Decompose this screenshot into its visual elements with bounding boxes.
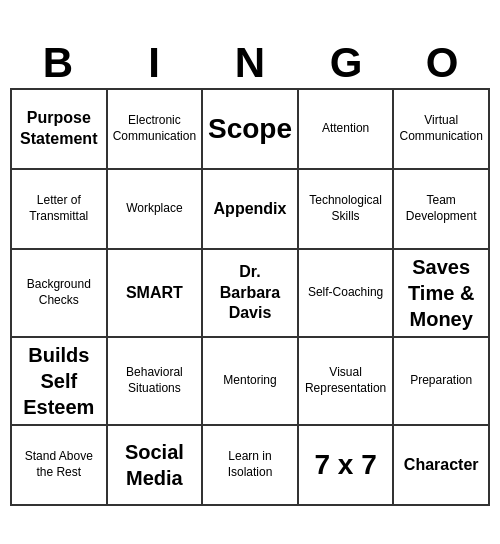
header-letter: N — [202, 38, 298, 88]
bingo-cell: Preparation — [394, 338, 490, 426]
cell-text: 7 x 7 — [314, 447, 376, 483]
bingo-cell: Dr. Barbara Davis — [203, 250, 299, 338]
cell-text: Attention — [322, 121, 369, 137]
bingo-cell: Scope — [203, 90, 299, 170]
cell-text: Background Checks — [16, 277, 102, 308]
header-letter: B — [10, 38, 106, 88]
cell-text: Letter of Transmittal — [16, 193, 102, 224]
bingo-card: BINGO Purpose StatementElectronic Commun… — [10, 38, 490, 506]
cell-text: Workplace — [126, 201, 182, 217]
cell-text: Technological Skills — [303, 193, 389, 224]
bingo-cell: Learn in Isolation — [203, 426, 299, 506]
bingo-cell: SMART — [108, 250, 204, 338]
cell-text: Self-Coaching — [308, 285, 383, 301]
cell-text: Learn in Isolation — [207, 449, 293, 480]
bingo-cell: Character — [394, 426, 490, 506]
bingo-cell: Purpose Statement — [12, 90, 108, 170]
bingo-cell: Saves Time & Money — [394, 250, 490, 338]
bingo-cell: Appendix — [203, 170, 299, 250]
cell-text: Visual Representation — [303, 365, 389, 396]
bingo-cell: Background Checks — [12, 250, 108, 338]
bingo-cell: Virtual Communication — [394, 90, 490, 170]
cell-text: Dr. Barbara Davis — [207, 262, 293, 324]
cell-text: Appendix — [214, 199, 287, 220]
bingo-cell: Mentoring — [203, 338, 299, 426]
cell-text: SMART — [126, 283, 183, 304]
bingo-cell: Letter of Transmittal — [12, 170, 108, 250]
cell-text: Purpose Statement — [16, 108, 102, 150]
bingo-cell: Behavioral Situations — [108, 338, 204, 426]
cell-text: Builds Self Esteem — [16, 342, 102, 420]
cell-text: Stand Above the Rest — [16, 449, 102, 480]
bingo-header: BINGO — [10, 38, 490, 88]
bingo-cell: Technological Skills — [299, 170, 395, 250]
bingo-cell: Team Development — [394, 170, 490, 250]
header-letter: I — [106, 38, 202, 88]
cell-text: Preparation — [410, 373, 472, 389]
cell-text: Mentoring — [223, 373, 276, 389]
cell-text: Saves Time & Money — [398, 254, 484, 332]
cell-text: Scope — [208, 111, 292, 147]
cell-text: Electronic Communication — [112, 113, 198, 144]
bingo-cell: Builds Self Esteem — [12, 338, 108, 426]
cell-text: Social Media — [112, 439, 198, 491]
bingo-cell: Social Media — [108, 426, 204, 506]
cell-text: Character — [404, 455, 479, 476]
bingo-cell: Stand Above the Rest — [12, 426, 108, 506]
bingo-cell: Visual Representation — [299, 338, 395, 426]
bingo-cell: Electronic Communication — [108, 90, 204, 170]
bingo-grid: Purpose StatementElectronic Communicatio… — [10, 88, 490, 506]
header-letter: O — [394, 38, 490, 88]
cell-text: Team Development — [398, 193, 484, 224]
bingo-cell: Self-Coaching — [299, 250, 395, 338]
bingo-cell: Workplace — [108, 170, 204, 250]
cell-text: Virtual Communication — [398, 113, 484, 144]
bingo-cell: 7 x 7 — [299, 426, 395, 506]
header-letter: G — [298, 38, 394, 88]
bingo-cell: Attention — [299, 90, 395, 170]
cell-text: Behavioral Situations — [112, 365, 198, 396]
